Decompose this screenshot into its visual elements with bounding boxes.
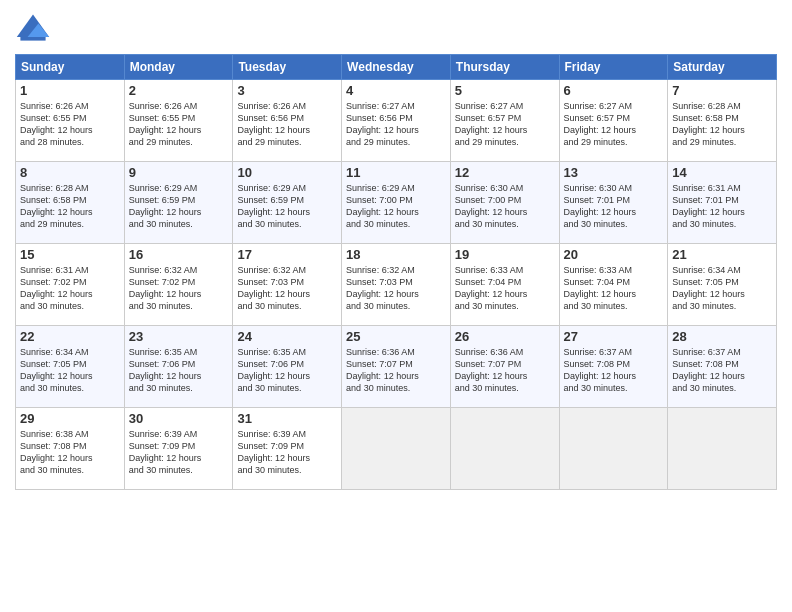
day-number: 30 <box>129 411 229 426</box>
cell-info: Sunrise: 6:32 AM Sunset: 7:03 PM Dayligh… <box>346 264 446 313</box>
logo-icon <box>15 10 51 46</box>
calendar-cell: 8Sunrise: 6:28 AM Sunset: 6:58 PM Daylig… <box>16 162 125 244</box>
cell-info: Sunrise: 6:37 AM Sunset: 7:08 PM Dayligh… <box>564 346 664 395</box>
calendar-cell: 22Sunrise: 6:34 AM Sunset: 7:05 PM Dayli… <box>16 326 125 408</box>
cell-info: Sunrise: 6:30 AM Sunset: 7:00 PM Dayligh… <box>455 182 555 231</box>
day-number: 21 <box>672 247 772 262</box>
calendar-cell: 28Sunrise: 6:37 AM Sunset: 7:08 PM Dayli… <box>668 326 777 408</box>
cell-info: Sunrise: 6:33 AM Sunset: 7:04 PM Dayligh… <box>564 264 664 313</box>
cell-info: Sunrise: 6:32 AM Sunset: 7:03 PM Dayligh… <box>237 264 337 313</box>
day-number: 23 <box>129 329 229 344</box>
calendar-cell <box>342 408 451 490</box>
day-number: 16 <box>129 247 229 262</box>
calendar-header: SundayMondayTuesdayWednesdayThursdayFrid… <box>16 55 777 80</box>
cell-info: Sunrise: 6:34 AM Sunset: 7:05 PM Dayligh… <box>672 264 772 313</box>
weekday-header-saturday: Saturday <box>668 55 777 80</box>
day-number: 12 <box>455 165 555 180</box>
day-number: 29 <box>20 411 120 426</box>
cell-info: Sunrise: 6:35 AM Sunset: 7:06 PM Dayligh… <box>129 346 229 395</box>
svg-rect-3 <box>20 37 45 41</box>
weekday-header-wednesday: Wednesday <box>342 55 451 80</box>
calendar-cell: 27Sunrise: 6:37 AM Sunset: 7:08 PM Dayli… <box>559 326 668 408</box>
calendar-cell: 18Sunrise: 6:32 AM Sunset: 7:03 PM Dayli… <box>342 244 451 326</box>
day-number: 9 <box>129 165 229 180</box>
calendar-cell: 29Sunrise: 6:38 AM Sunset: 7:08 PM Dayli… <box>16 408 125 490</box>
cell-info: Sunrise: 6:28 AM Sunset: 6:58 PM Dayligh… <box>672 100 772 149</box>
day-number: 26 <box>455 329 555 344</box>
day-number: 10 <box>237 165 337 180</box>
calendar-cell: 14Sunrise: 6:31 AM Sunset: 7:01 PM Dayli… <box>668 162 777 244</box>
calendar-cell: 20Sunrise: 6:33 AM Sunset: 7:04 PM Dayli… <box>559 244 668 326</box>
calendar-cell: 16Sunrise: 6:32 AM Sunset: 7:02 PM Dayli… <box>124 244 233 326</box>
calendar-cell: 17Sunrise: 6:32 AM Sunset: 7:03 PM Dayli… <box>233 244 342 326</box>
calendar-cell: 1Sunrise: 6:26 AM Sunset: 6:55 PM Daylig… <box>16 80 125 162</box>
calendar-cell: 24Sunrise: 6:35 AM Sunset: 7:06 PM Dayli… <box>233 326 342 408</box>
calendar-cell: 12Sunrise: 6:30 AM Sunset: 7:00 PM Dayli… <box>450 162 559 244</box>
cell-info: Sunrise: 6:35 AM Sunset: 7:06 PM Dayligh… <box>237 346 337 395</box>
weekday-header-sunday: Sunday <box>16 55 125 80</box>
day-number: 5 <box>455 83 555 98</box>
calendar-cell: 26Sunrise: 6:36 AM Sunset: 7:07 PM Dayli… <box>450 326 559 408</box>
weekday-header-monday: Monday <box>124 55 233 80</box>
cell-info: Sunrise: 6:27 AM Sunset: 6:57 PM Dayligh… <box>455 100 555 149</box>
day-number: 28 <box>672 329 772 344</box>
calendar-cell: 15Sunrise: 6:31 AM Sunset: 7:02 PM Dayli… <box>16 244 125 326</box>
cell-info: Sunrise: 6:26 AM Sunset: 6:55 PM Dayligh… <box>129 100 229 149</box>
cell-info: Sunrise: 6:29 AM Sunset: 6:59 PM Dayligh… <box>129 182 229 231</box>
cell-info: Sunrise: 6:38 AM Sunset: 7:08 PM Dayligh… <box>20 428 120 477</box>
calendar-cell: 19Sunrise: 6:33 AM Sunset: 7:04 PM Dayli… <box>450 244 559 326</box>
cell-info: Sunrise: 6:29 AM Sunset: 7:00 PM Dayligh… <box>346 182 446 231</box>
day-number: 7 <box>672 83 772 98</box>
day-number: 15 <box>20 247 120 262</box>
day-number: 4 <box>346 83 446 98</box>
cell-info: Sunrise: 6:39 AM Sunset: 7:09 PM Dayligh… <box>129 428 229 477</box>
cell-info: Sunrise: 6:36 AM Sunset: 7:07 PM Dayligh… <box>455 346 555 395</box>
calendar-body: 1Sunrise: 6:26 AM Sunset: 6:55 PM Daylig… <box>16 80 777 490</box>
calendar-cell: 10Sunrise: 6:29 AM Sunset: 6:59 PM Dayli… <box>233 162 342 244</box>
day-number: 3 <box>237 83 337 98</box>
cell-info: Sunrise: 6:28 AM Sunset: 6:58 PM Dayligh… <box>20 182 120 231</box>
weekday-header-friday: Friday <box>559 55 668 80</box>
day-number: 17 <box>237 247 337 262</box>
week-row-4: 22Sunrise: 6:34 AM Sunset: 7:05 PM Dayli… <box>16 326 777 408</box>
day-number: 31 <box>237 411 337 426</box>
calendar-cell <box>559 408 668 490</box>
calendar-cell: 5Sunrise: 6:27 AM Sunset: 6:57 PM Daylig… <box>450 80 559 162</box>
day-number: 14 <box>672 165 772 180</box>
cell-info: Sunrise: 6:31 AM Sunset: 7:01 PM Dayligh… <box>672 182 772 231</box>
cell-info: Sunrise: 6:26 AM Sunset: 6:55 PM Dayligh… <box>20 100 120 149</box>
week-row-5: 29Sunrise: 6:38 AM Sunset: 7:08 PM Dayli… <box>16 408 777 490</box>
day-number: 2 <box>129 83 229 98</box>
day-number: 27 <box>564 329 664 344</box>
cell-info: Sunrise: 6:30 AM Sunset: 7:01 PM Dayligh… <box>564 182 664 231</box>
calendar-cell: 23Sunrise: 6:35 AM Sunset: 7:06 PM Dayli… <box>124 326 233 408</box>
calendar-cell: 2Sunrise: 6:26 AM Sunset: 6:55 PM Daylig… <box>124 80 233 162</box>
calendar-table: SundayMondayTuesdayWednesdayThursdayFrid… <box>15 54 777 490</box>
cell-info: Sunrise: 6:34 AM Sunset: 7:05 PM Dayligh… <box>20 346 120 395</box>
calendar-cell: 7Sunrise: 6:28 AM Sunset: 6:58 PM Daylig… <box>668 80 777 162</box>
cell-info: Sunrise: 6:37 AM Sunset: 7:08 PM Dayligh… <box>672 346 772 395</box>
day-number: 6 <box>564 83 664 98</box>
day-number: 1 <box>20 83 120 98</box>
calendar-cell: 9Sunrise: 6:29 AM Sunset: 6:59 PM Daylig… <box>124 162 233 244</box>
cell-info: Sunrise: 6:27 AM Sunset: 6:56 PM Dayligh… <box>346 100 446 149</box>
cell-info: Sunrise: 6:39 AM Sunset: 7:09 PM Dayligh… <box>237 428 337 477</box>
day-number: 18 <box>346 247 446 262</box>
cell-info: Sunrise: 6:33 AM Sunset: 7:04 PM Dayligh… <box>455 264 555 313</box>
week-row-3: 15Sunrise: 6:31 AM Sunset: 7:02 PM Dayli… <box>16 244 777 326</box>
calendar-cell: 4Sunrise: 6:27 AM Sunset: 6:56 PM Daylig… <box>342 80 451 162</box>
logo <box>15 10 57 46</box>
calendar-cell: 13Sunrise: 6:30 AM Sunset: 7:01 PM Dayli… <box>559 162 668 244</box>
day-number: 22 <box>20 329 120 344</box>
weekday-header-thursday: Thursday <box>450 55 559 80</box>
cell-info: Sunrise: 6:29 AM Sunset: 6:59 PM Dayligh… <box>237 182 337 231</box>
calendar-cell: 11Sunrise: 6:29 AM Sunset: 7:00 PM Dayli… <box>342 162 451 244</box>
calendar-cell <box>668 408 777 490</box>
weekday-header-tuesday: Tuesday <box>233 55 342 80</box>
cell-info: Sunrise: 6:27 AM Sunset: 6:57 PM Dayligh… <box>564 100 664 149</box>
cell-info: Sunrise: 6:36 AM Sunset: 7:07 PM Dayligh… <box>346 346 446 395</box>
page: SundayMondayTuesdayWednesdayThursdayFrid… <box>0 0 792 612</box>
calendar-cell: 25Sunrise: 6:36 AM Sunset: 7:07 PM Dayli… <box>342 326 451 408</box>
calendar-cell: 6Sunrise: 6:27 AM Sunset: 6:57 PM Daylig… <box>559 80 668 162</box>
calendar-cell: 21Sunrise: 6:34 AM Sunset: 7:05 PM Dayli… <box>668 244 777 326</box>
